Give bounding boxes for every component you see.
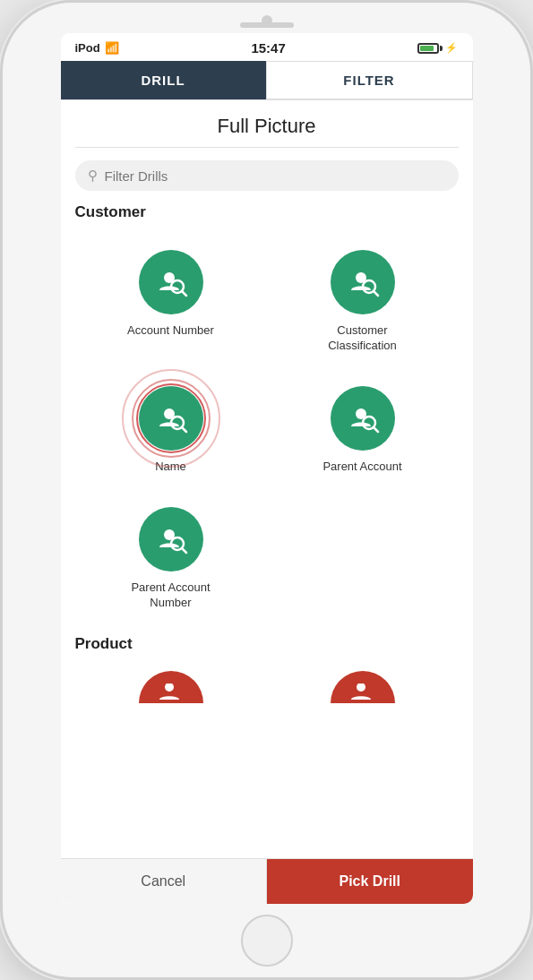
customer-classification-icon: [331, 250, 395, 314]
search-icon: ⚲: [88, 168, 98, 184]
bottom-bar: Cancel Pick Drill: [61, 858, 473, 904]
status-bar: iPod 📶 15:47 ⚡: [61, 33, 473, 61]
status-left: iPod 📶: [75, 41, 119, 55]
grid-filler: [267, 493, 459, 629]
account-number-icon: [139, 250, 203, 314]
tab-drill-label: DRILL: [141, 73, 185, 88]
customer-classification-svg: [346, 265, 380, 299]
carrier-label: iPod: [75, 41, 100, 55]
main-content: Full Picture ⚲ Customer: [61, 100, 473, 858]
svg-line-2: [182, 291, 186, 296]
svg-point-15: [165, 683, 174, 692]
drill-item-parent-account-number[interactable]: Parent AccountNumber: [75, 493, 267, 629]
product-icon-right-svg: [346, 683, 380, 703]
customer-classification-label: CustomerClassification: [328, 323, 397, 354]
svg-line-8: [182, 427, 186, 432]
account-number-svg: [154, 265, 188, 299]
product-item-right[interactable]: [267, 664, 459, 710]
time-display: 15:47: [251, 40, 285, 56]
tab-bar: DRILL FILTER: [61, 61, 473, 100]
charging-bolt: ⚡: [445, 42, 458, 54]
name-svg: [154, 401, 188, 435]
parent-account-svg: [346, 401, 380, 435]
product-item-left[interactable]: [75, 664, 267, 710]
tab-filter[interactable]: FILTER: [266, 61, 473, 99]
name-label: Name: [155, 460, 186, 475]
name-icon: [139, 386, 203, 451]
status-right: ⚡: [417, 42, 458, 54]
parent-account-icon: [331, 386, 395, 451]
product-icon-left-svg: [154, 683, 188, 703]
battery-fill: [420, 46, 433, 51]
svg-line-14: [182, 548, 186, 553]
battery-body: [417, 43, 439, 54]
svg-point-16: [357, 683, 365, 692]
search-bar: ⚲: [75, 160, 459, 191]
svg-line-5: [374, 291, 378, 296]
phone-frame: iPod 📶 15:47 ⚡ DRILL FILTER: [0, 0, 533, 980]
search-input[interactable]: [105, 168, 446, 184]
product-icon-right-half: [331, 671, 395, 703]
drill-item-customer-classification[interactable]: CustomerClassification: [267, 236, 459, 372]
home-button[interactable]: [241, 915, 293, 967]
parent-account-number-svg: [154, 522, 188, 556]
battery-tip: [440, 46, 443, 51]
section-header-product: Product: [75, 635, 459, 653]
tab-drill[interactable]: DRILL: [61, 61, 266, 99]
section-header-customer: Customer: [75, 203, 459, 221]
drill-item-name[interactable]: Name: [75, 372, 267, 493]
drill-item-account-number[interactable]: Account Number: [75, 236, 267, 372]
phone-camera: [262, 15, 272, 26]
cancel-button[interactable]: Cancel: [61, 859, 268, 904]
drill-item-parent-account[interactable]: Parent Account: [267, 372, 459, 493]
parent-account-number-icon: [139, 507, 203, 572]
account-number-label: Account Number: [127, 323, 214, 339]
battery-icon: [417, 43, 443, 54]
customer-drill-grid: Account Number CustomerClassification: [75, 236, 459, 628]
parent-account-label: Parent Account: [322, 460, 401, 475]
product-partial-grid: [75, 664, 459, 710]
page-title: Full Picture: [75, 100, 459, 148]
wifi-icon: 📶: [105, 41, 119, 55]
pick-drill-button[interactable]: Pick Drill: [267, 859, 473, 904]
tab-filter-label: FILTER: [343, 73, 394, 88]
parent-account-number-label: Parent AccountNumber: [131, 580, 210, 611]
product-icon-left-half: [139, 671, 203, 703]
phone-screen: iPod 📶 15:47 ⚡ DRILL FILTER: [61, 33, 473, 904]
svg-line-11: [374, 427, 378, 432]
